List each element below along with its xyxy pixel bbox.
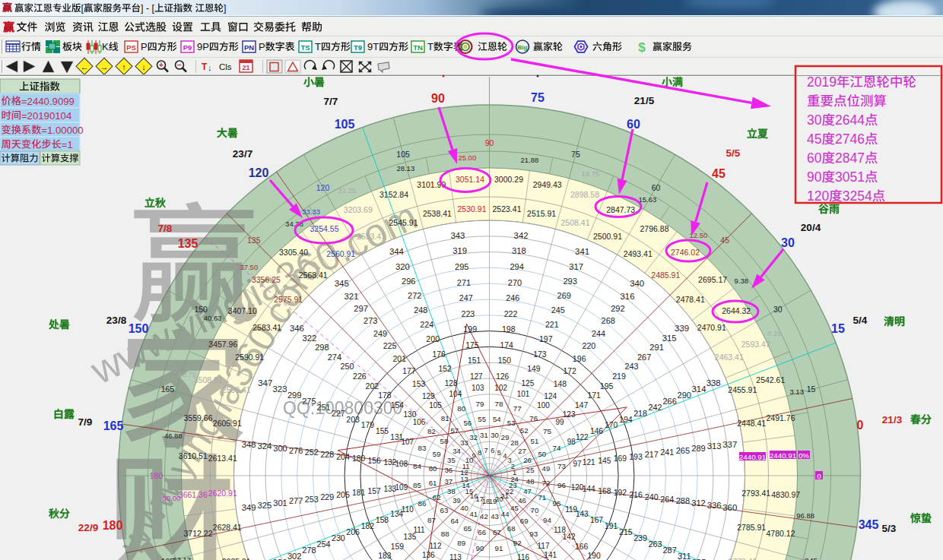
svg-text:+: + (159, 61, 164, 69)
svg-text:105: 105 (335, 118, 355, 131)
svg-text:150: 150 (498, 356, 511, 365)
svg-text:193: 193 (629, 452, 643, 461)
svg-text:31.25: 31.25 (338, 186, 357, 195)
svg-text:228: 228 (320, 450, 334, 459)
svg-text:288: 288 (676, 496, 690, 505)
svg-text:79: 79 (476, 400, 484, 408)
svg-text:65: 65 (463, 524, 472, 533)
svg-text:5/5: 5/5 (726, 147, 741, 159)
svg-text:311: 311 (678, 552, 691, 560)
svg-text:22/9: 22/9 (78, 522, 98, 533)
svg-text:317: 317 (569, 262, 583, 271)
svg-text:37: 37 (444, 477, 452, 486)
svg-text:T: T (427, 41, 433, 52)
svg-text:80: 80 (457, 404, 465, 413)
svg-text:54: 54 (493, 415, 501, 423)
svg-text:↑: ↑ (122, 62, 126, 71)
svg-text:2785.91: 2785.91 (737, 523, 766, 532)
svg-text:0: 0 (857, 419, 864, 432)
svg-text:2523.41: 2523.41 (493, 204, 522, 214)
svg-text:294: 294 (510, 262, 524, 271)
svg-text:2590.91: 2590.91 (235, 353, 264, 362)
svg-text:T: T (202, 62, 208, 72)
svg-text:342: 342 (514, 231, 529, 240)
svg-text:133: 133 (383, 485, 396, 493)
svg-text:2605.91: 2605.91 (213, 419, 242, 428)
svg-text:343: 343 (450, 231, 465, 240)
svg-text:2448.41: 2448.41 (737, 419, 766, 428)
svg-text:21: 21 (242, 64, 249, 71)
svg-text:300: 300 (273, 444, 287, 453)
svg-text:248: 248 (414, 305, 427, 315)
svg-text:[: [ (81, 3, 84, 14)
svg-text:2635.91: 2635.91 (222, 557, 251, 560)
svg-text:173: 173 (533, 350, 547, 359)
svg-text:166: 166 (575, 543, 588, 551)
svg-text:123: 123 (563, 410, 576, 419)
svg-text:23/7: 23/7 (233, 148, 252, 160)
svg-text:56: 56 (463, 419, 472, 427)
svg-text:120: 120 (249, 166, 269, 179)
svg-text:41: 41 (469, 510, 478, 518)
svg-text:43: 43 (491, 512, 499, 520)
svg-text:7/9: 7/9 (78, 416, 93, 428)
svg-text:125: 125 (521, 379, 534, 388)
svg-text:154: 154 (391, 401, 404, 410)
svg-text:TS: TS (300, 43, 310, 52)
svg-text:2593.47: 2593.47 (741, 340, 770, 349)
svg-text:8: 8 (478, 448, 481, 457)
svg-text:42: 42 (480, 512, 488, 520)
svg-text:195: 195 (600, 381, 614, 391)
svg-text:2778.41: 2778.41 (728, 557, 757, 560)
svg-text:=1.00000: =1.00000 (41, 125, 83, 136)
svg-text:113: 113 (449, 553, 462, 560)
svg-text:87: 87 (427, 516, 436, 524)
svg-text:105: 105 (396, 150, 410, 159)
svg-text:3610.51: 3610.51 (179, 451, 208, 460)
svg-text:34: 34 (452, 447, 461, 455)
svg-text:291: 291 (649, 343, 664, 352)
svg-text:15: 15 (807, 384, 816, 394)
svg-text:229: 229 (320, 492, 334, 501)
svg-text:K: K (102, 41, 109, 52)
svg-text:2598.41: 2598.41 (222, 385, 251, 394)
svg-text:45: 45 (510, 504, 519, 512)
svg-text:2508.41: 2508.41 (561, 218, 590, 227)
svg-text:225: 225 (383, 341, 397, 350)
svg-text:3051.14: 3051.14 (456, 175, 484, 184)
svg-text:322: 322 (302, 334, 316, 343)
svg-text:24: 24 (510, 475, 518, 483)
svg-text:94: 94 (543, 516, 551, 524)
svg-text:218: 218 (633, 409, 647, 418)
svg-text:178: 178 (378, 391, 392, 400)
svg-text:268: 268 (602, 316, 615, 325)
svg-text:2644: 2644 (835, 112, 865, 128)
svg-text:9.38: 9.38 (735, 277, 749, 285)
svg-text:2542.61: 2542.61 (756, 375, 785, 384)
svg-text:171: 171 (587, 391, 601, 400)
svg-text:135: 135 (247, 236, 261, 245)
svg-text:120: 120 (807, 188, 829, 204)
svg-text:345: 345 (335, 279, 349, 288)
svg-text:Big: Big (518, 44, 528, 51)
svg-text:P9: P9 (183, 43, 192, 52)
svg-text:96: 96 (557, 481, 566, 489)
svg-text:345: 345 (859, 518, 879, 531)
svg-text:75: 75 (571, 150, 580, 159)
svg-text:2553.41: 2553.41 (357, 232, 386, 241)
svg-text:202: 202 (366, 381, 379, 391)
svg-text:276: 276 (289, 446, 303, 455)
svg-text:3.13: 3.13 (789, 388, 804, 396)
svg-text:312: 312 (691, 498, 706, 508)
svg-text:98: 98 (567, 438, 576, 446)
svg-text:32: 32 (469, 433, 478, 441)
svg-text:5/3: 5/3 (882, 523, 897, 534)
svg-text:181: 181 (352, 489, 366, 497)
svg-text:69: 69 (520, 517, 529, 525)
svg-text:70: 70 (531, 506, 539, 514)
svg-text:64: 64 (450, 517, 459, 525)
svg-text:T: T (315, 41, 321, 52)
svg-text:30: 30 (773, 305, 783, 314)
svg-text:191: 191 (605, 522, 618, 530)
svg-text:15: 15 (831, 322, 845, 335)
